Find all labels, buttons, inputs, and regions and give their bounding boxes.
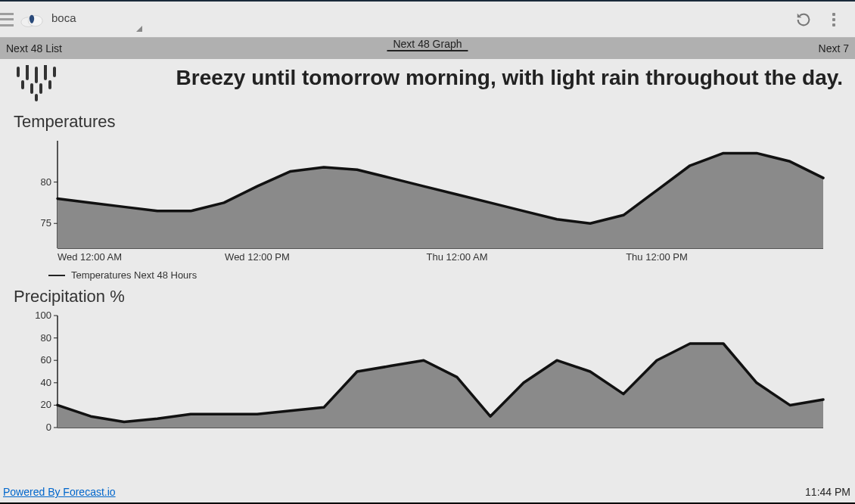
svg-text:100: 100 (35, 311, 51, 321)
precipitation-title: Precipitation % (14, 287, 844, 306)
svg-text:Thu 12:00 PM: Thu 12:00 PM (626, 251, 688, 263)
powered-by-link[interactable]: Powered By Forecast.io (3, 486, 116, 498)
legend-line-icon (48, 275, 65, 276)
location-text: boca (51, 11, 76, 32)
refresh-icon (795, 11, 812, 28)
app-cloud-icon (20, 11, 44, 28)
svg-text:Wed 12:00 AM: Wed 12:00 AM (58, 251, 122, 263)
tab-bar: Next 48 List Next 48 Graph Next 7 (0, 38, 855, 59)
tab-next7[interactable]: Next 7 (813, 38, 855, 59)
menu-icon[interactable] (0, 13, 14, 26)
tab-next48-list[interactable]: Next 48 List (0, 38, 68, 59)
temperatures-chart: 7580Wed 12:00 AMWed 12:00 PMThu 12:00 AM… (27, 136, 837, 265)
svg-text:40: 40 (41, 377, 51, 388)
current-time: 11:44 PM (805, 486, 850, 498)
light-rain-icon (11, 65, 64, 103)
location-spinner[interactable]: boca (51, 8, 142, 32)
precipitation-chart: 020406080100 (27, 311, 837, 432)
svg-text:80: 80 (41, 176, 51, 188)
tab-next48-graph[interactable]: Next 48 Graph (387, 38, 468, 51)
overflow-icon (832, 13, 835, 26)
refresh-button[interactable] (788, 5, 819, 35)
forecast-summary: Breezy until tomorrow morning, with ligh… (77, 65, 844, 91)
temperatures-title: Temperatures (14, 112, 844, 132)
svg-text:Wed 12:00 PM: Wed 12:00 PM (225, 251, 290, 263)
svg-text:0: 0 (46, 422, 51, 432)
overflow-menu-button[interactable] (819, 5, 849, 35)
toolbar: boca (0, 2, 855, 38)
svg-text:75: 75 (41, 217, 51, 229)
svg-text:Thu 12:00 AM: Thu 12:00 AM (427, 251, 488, 263)
svg-text:80: 80 (41, 332, 51, 344)
footer: Powered By Forecast.io 11:44 PM (3, 486, 850, 498)
temperatures-legend: Temperatures Next 48 Hours (48, 269, 844, 281)
dropdown-arrow-icon (136, 26, 142, 32)
content-area: Breezy until tomorrow morning, with ligh… (0, 59, 855, 432)
legend-temp-label: Temperatures Next 48 Hours (71, 269, 197, 281)
svg-text:60: 60 (41, 354, 51, 366)
svg-text:20: 20 (41, 399, 51, 410)
